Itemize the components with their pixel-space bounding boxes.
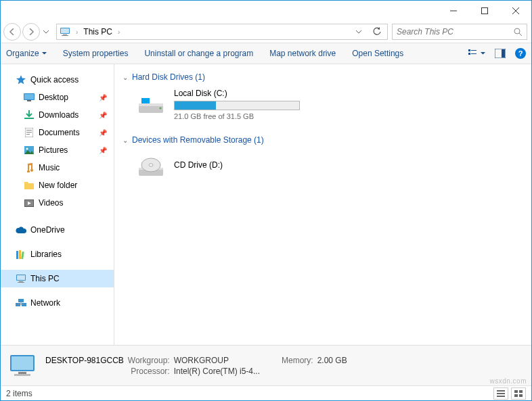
svg-rect-58 — [514, 394, 518, 397]
status-bar: 2 items — [1, 385, 531, 400]
status-item-count: 2 items — [6, 389, 32, 398]
search-box[interactable] — [392, 24, 527, 40]
search-icon — [514, 28, 523, 37]
search-input[interactable] — [397, 27, 510, 37]
svg-rect-15 — [502, 49, 505, 57]
libraries-icon — [16, 249, 26, 260]
address-dropdown-button[interactable] — [356, 30, 368, 34]
refresh-button[interactable] — [372, 27, 384, 37]
cd-drive-icon — [136, 151, 166, 181]
svg-rect-43 — [141, 95, 150, 98]
nav-new-folder[interactable]: New folder — [1, 176, 114, 194]
onedrive-icon — [16, 225, 26, 235]
nav-music[interactable]: Music — [1, 159, 114, 176]
section-hard-disk-drives[interactable]: ⌄ Hard Disk Drives (1) — [117, 70, 529, 85]
svg-rect-33 — [19, 281, 23, 282]
nav-network[interactable]: Network — [1, 294, 114, 312]
nav-label: This PC — [30, 274, 60, 283]
maximize-button[interactable] — [469, 1, 500, 21]
help-button[interactable]: ? — [515, 48, 526, 59]
nav-onedrive[interactable]: OneDrive — [1, 221, 114, 239]
open-settings-button[interactable]: Open Settings — [352, 49, 403, 58]
chevron-down-icon: ⌄ — [123, 137, 128, 144]
svg-rect-23 — [26, 134, 30, 135]
this-pc-icon — [16, 273, 26, 284]
content-pane[interactable]: ⌄ Hard Disk Drives (1) Local Disk (C:) 2… — [114, 64, 531, 345]
svg-point-48 — [149, 164, 153, 166]
nav-downloads[interactable]: Downloads 📌 — [1, 106, 114, 124]
view-options-button[interactable] — [468, 49, 485, 58]
address-bar-row: › This PC › — [1, 21, 531, 43]
main-area: Quick access Desktop 📌 Downloads 📌 Docum… — [1, 64, 531, 345]
svg-rect-59 — [519, 394, 523, 397]
section-label: Devices with Removable Storage (1) — [132, 135, 264, 145]
chevron-right-icon: › — [116, 28, 121, 36]
svg-rect-17 — [24, 94, 34, 99]
processor-value: Intel(R) Core(TM) i5-4... — [174, 367, 260, 376]
nav-desktop[interactable]: Desktop 📌 — [1, 89, 114, 106]
system-properties-button[interactable]: System properties — [63, 49, 129, 58]
large-icons-view-button[interactable] — [511, 387, 526, 400]
computer-icon — [7, 351, 37, 381]
back-button[interactable] — [3, 23, 21, 41]
drive-local-disk-c[interactable]: Local Disk (C:) 21.0 GB free of 31.5 GB — [136, 89, 529, 120]
svg-rect-5 — [61, 28, 69, 33]
svg-rect-6 — [63, 34, 67, 35]
svg-rect-12 — [471, 50, 476, 51]
map-network-drive-button[interactable]: Map network drive — [269, 49, 336, 58]
svg-rect-19 — [24, 118, 34, 119]
nav-this-pc[interactable]: This PC — [1, 270, 114, 287]
svg-rect-55 — [497, 396, 505, 397]
videos-icon — [24, 197, 35, 208]
computer-name: DESKTOP-981GCCB — [45, 356, 124, 365]
minimize-button[interactable] — [438, 1, 469, 21]
pin-icon: 📌 — [99, 147, 107, 154]
pictures-icon — [24, 145, 35, 156]
nav-documents[interactable]: Documents 📌 — [1, 124, 114, 141]
svg-rect-53 — [497, 390, 505, 392]
recent-locations-button[interactable] — [41, 30, 51, 34]
svg-rect-50 — [12, 356, 33, 370]
svg-rect-1 — [482, 8, 488, 14]
command-toolbar: Organize System properties Uninstall or … — [1, 43, 531, 64]
address-bar[interactable]: › This PC › — [56, 24, 388, 40]
workgroup-value: WORKGROUP — [174, 356, 260, 365]
section-label: Hard Disk Drives (1) — [132, 72, 205, 82]
nav-videos[interactable]: Videos — [1, 194, 114, 212]
svg-point-44 — [160, 107, 162, 109]
drive-space-bar — [174, 101, 300, 110]
nav-pictures[interactable]: Pictures 📌 — [1, 141, 114, 159]
star-icon — [16, 74, 26, 85]
svg-rect-10 — [468, 49, 470, 51]
desktop-icon — [24, 92, 35, 103]
nav-label: Downloads — [39, 110, 79, 120]
svg-rect-37 — [18, 299, 24, 302]
nav-label: Documents — [39, 128, 80, 137]
nav-label: OneDrive — [30, 225, 65, 235]
navigation-pane[interactable]: Quick access Desktop 📌 Downloads 📌 Docum… — [1, 64, 114, 345]
nav-label: Quick access — [30, 75, 79, 85]
network-icon — [16, 298, 26, 308]
svg-line-9 — [519, 33, 522, 36]
svg-point-25 — [26, 148, 28, 150]
section-hdd-body: Local Disk (C:) 21.0 GB free of 31.5 GB — [117, 85, 529, 133]
documents-icon — [24, 127, 35, 138]
nav-label: Libraries — [30, 250, 62, 259]
organize-menu[interactable]: Organize — [6, 49, 47, 58]
nav-libraries[interactable]: Libraries — [1, 245, 114, 263]
uninstall-program-button[interactable]: Uninstall or change a program — [144, 49, 253, 58]
svg-rect-18 — [27, 100, 31, 101]
hard-drive-icon — [136, 90, 166, 120]
forward-button[interactable] — [22, 23, 40, 41]
nav-quick-access[interactable]: Quick access — [1, 71, 114, 89]
drive-cd-d[interactable]: CD Drive (D:) — [136, 151, 529, 181]
close-button[interactable] — [500, 1, 531, 21]
chevron-right-icon: › — [74, 28, 79, 36]
breadcrumb-this-pc[interactable]: This PC — [83, 27, 112, 37]
details-pane: DESKTOP-981GCCB Workgroup: WORKGROUP Mem… — [1, 345, 531, 385]
section-removable-storage[interactable]: ⌄ Devices with Removable Storage (1) — [117, 133, 529, 147]
details-view-button[interactable] — [493, 387, 508, 400]
svg-rect-32 — [17, 275, 25, 280]
svg-rect-41 — [139, 103, 163, 106]
preview-pane-button[interactable] — [495, 49, 506, 58]
